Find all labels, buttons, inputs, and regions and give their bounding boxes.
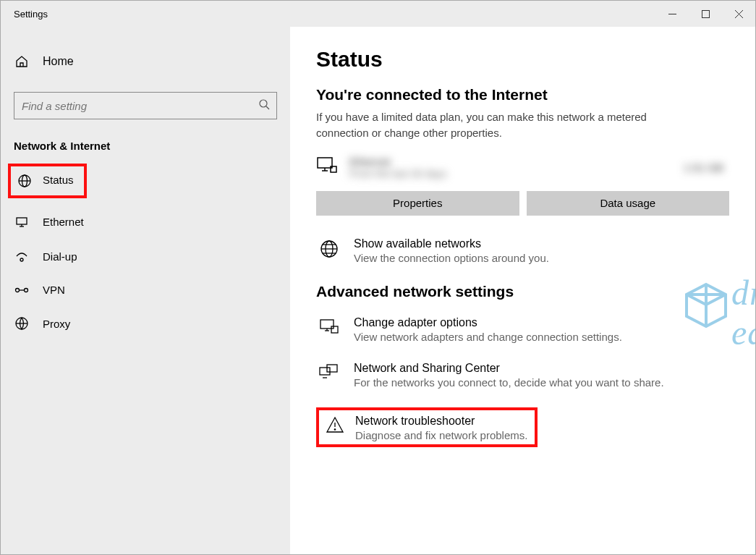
- sidebar-item-label: Ethernet: [43, 216, 84, 228]
- close-button[interactable]: [722, 1, 755, 27]
- sidebar-item-ethernet[interactable]: Ethernet: [1, 204, 290, 239]
- svg-rect-18: [318, 158, 332, 168]
- window-title: Settings: [14, 9, 48, 20]
- sidebar: Home Network & Internet Status Ethernet: [1, 27, 290, 554]
- svg-rect-30: [331, 326, 338, 333]
- network-name: Ethernet: [349, 156, 447, 168]
- main-content: Status You're connected to the Internet …: [290, 27, 755, 554]
- option-title: Network troubleshooter: [355, 415, 527, 428]
- option-title: Show available networks: [354, 237, 549, 250]
- network-row: Ethernet From the last 30 days 1.51 GB: [316, 156, 729, 179]
- status-icon: [17, 174, 33, 188]
- connected-heading: You're connected to the Internet: [316, 86, 729, 103]
- option-desc: View network adapters and change connect…: [354, 331, 622, 343]
- sidebar-section-label: Network & Internet: [1, 140, 290, 164]
- proxy-icon: [14, 316, 30, 331]
- svg-line-5: [266, 106, 269, 109]
- sidebar-item-dialup[interactable]: Dial-up: [1, 239, 290, 274]
- network-usage: 1.51 GB: [684, 161, 723, 174]
- option-desc: For the networks you connect to, decide …: [354, 376, 664, 389]
- option-desc: View the connection options around you.: [354, 252, 549, 264]
- svg-point-13: [16, 288, 20, 292]
- search-wrapper: [14, 92, 277, 119]
- sidebar-home[interactable]: Home: [1, 47, 290, 76]
- sidebar-item-label: Dial-up: [43, 250, 77, 263]
- search-icon: [258, 98, 270, 113]
- svg-rect-32: [327, 365, 337, 372]
- option-title: Change adapter options: [354, 316, 622, 329]
- sidebar-item-vpn[interactable]: VPN: [1, 274, 290, 306]
- maximize-button[interactable]: [689, 1, 722, 27]
- show-networks-option[interactable]: Show available networks View the connect…: [316, 237, 729, 264]
- svg-point-14: [25, 288, 28, 292]
- warning-triangle-icon: [322, 415, 348, 433]
- watermark-text: driver easy: [731, 273, 755, 352]
- data-usage-button[interactable]: Data usage: [527, 191, 730, 216]
- sidebar-item-label: Status: [43, 174, 74, 188]
- option-title: Network and Sharing Center: [354, 362, 664, 375]
- sidebar-item-status[interactable]: Status: [8, 164, 87, 198]
- adapter-options[interactable]: Change adapter options View network adap…: [316, 316, 729, 343]
- advanced-heading: Advanced network settings: [316, 283, 729, 300]
- adapter-icon: [316, 316, 342, 336]
- svg-point-12: [20, 258, 23, 261]
- dialup-icon: [14, 249, 30, 263]
- network-adapter-icon: [316, 156, 338, 178]
- network-troubleshooter-option[interactable]: Network troubleshooter Diagnose and fix …: [316, 407, 538, 447]
- svg-rect-31: [320, 368, 330, 375]
- sidebar-item-proxy[interactable]: Proxy: [1, 306, 290, 341]
- globe-icon: [316, 237, 342, 259]
- sharing-center-option[interactable]: Network and Sharing Center For the netwo…: [316, 362, 729, 389]
- page-title: Status: [316, 47, 729, 72]
- svg-point-4: [260, 100, 267, 107]
- option-desc: Diagnose and fix network problems.: [355, 429, 527, 441]
- titlebar: Settings: [1, 1, 755, 27]
- minimize-button[interactable]: [655, 1, 689, 27]
- properties-button[interactable]: Properties: [316, 191, 519, 216]
- connected-description: If you have a limited data plan, you can…: [316, 109, 692, 141]
- search-input[interactable]: [14, 92, 277, 119]
- home-icon: [14, 54, 30, 69]
- svg-rect-21: [331, 166, 336, 172]
- network-subtext: From the last 30 days: [349, 168, 447, 179]
- window-controls: [655, 1, 755, 27]
- network-buttons: Properties Data usage: [316, 191, 729, 216]
- sidebar-item-label: Proxy: [43, 318, 70, 330]
- vpn-icon: [14, 286, 30, 295]
- ethernet-icon: [14, 214, 30, 229]
- svg-point-35: [334, 428, 335, 429]
- sharing-icon: [316, 362, 342, 382]
- svg-rect-1: [702, 10, 709, 17]
- svg-rect-9: [17, 218, 27, 224]
- sidebar-home-label: Home: [43, 55, 74, 68]
- sidebar-item-label: VPN: [43, 284, 65, 296]
